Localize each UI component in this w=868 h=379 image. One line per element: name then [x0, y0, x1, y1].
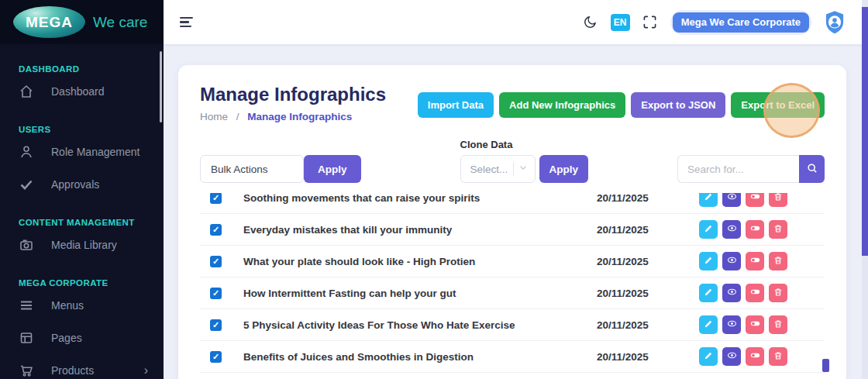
delete-button[interactable] [769, 193, 787, 207]
view-button[interactable] [722, 220, 741, 239]
trash-icon [773, 319, 784, 332]
search-input[interactable] [677, 155, 799, 183]
toggle-icon [749, 286, 761, 300]
row-date: 20/11/2025 [597, 351, 699, 363]
page-scrollbar-thumb[interactable] [862, 7, 868, 256]
sidebar-item-products[interactable]: Products › [0, 354, 164, 379]
publish-toggle-button[interactable] [746, 284, 764, 302]
sidebar-item-menus[interactable]: Menus [0, 289, 164, 322]
avatar-shield-icon[interactable] [823, 10, 846, 35]
menu-toggle-icon[interactable] [180, 17, 194, 28]
row-actions [699, 252, 787, 270]
export-to-json-button[interactable]: Export to JSON [631, 92, 725, 118]
delete-button[interactable] [769, 220, 787, 239]
sidebar-item-label: Media Library [51, 239, 117, 251]
bulk-apply-button[interactable]: Apply [304, 155, 361, 183]
trash-icon [773, 287, 784, 300]
sidebar-scrollbar-thumb[interactable] [160, 51, 162, 122]
table-row: ✓ Benefits of Juices and Smoothies in Di… [200, 341, 825, 373]
chevron-right-icon: › [144, 363, 148, 377]
trash-icon [773, 193, 784, 205]
sidebar-item-label: Menus [51, 299, 84, 312]
row-date: 20/11/2025 [597, 256, 699, 267]
row-date: 20/11/2025 [597, 193, 699, 204]
trash-icon [773, 255, 784, 268]
clone-data-group: Clone Data Select... Apply [460, 139, 589, 183]
clone-data-select[interactable]: Select... [460, 155, 536, 183]
delete-button[interactable] [769, 252, 787, 270]
table-row: ✓ Soothing movements that can raise your… [200, 193, 825, 214]
add-new-infographics-button[interactable]: Add New Infographics [499, 92, 625, 118]
table-scrollbar-thumb[interactable] [822, 359, 829, 372]
delete-button[interactable] [769, 347, 787, 366]
row-checkbox[interactable]: ✓ [210, 288, 222, 299]
row-actions [699, 347, 787, 366]
edit-button[interactable] [699, 220, 718, 239]
delete-button[interactable] [769, 315, 787, 334]
moon-icon[interactable] [582, 14, 599, 31]
pencil-icon [703, 287, 714, 300]
breadcrumb: Home / Manage Infographics [200, 111, 386, 122]
sidebar-item-label: Role Management [51, 146, 140, 158]
row-title: Everyday mistakes that kill your immunit… [243, 224, 597, 236]
edit-button[interactable] [699, 315, 718, 334]
row-checkbox[interactable]: ✓ [210, 256, 222, 267]
row-date: 20/11/2025 [597, 288, 699, 299]
account-button[interactable]: Mega We Care Corporate [673, 12, 809, 33]
pencil-icon [703, 319, 714, 332]
publish-toggle-button[interactable] [746, 220, 764, 239]
clone-data-label: Clone Data [460, 139, 589, 150]
sidebar-item-label: Products [51, 364, 94, 377]
row-checkbox[interactable]: ✓ [210, 224, 222, 236]
edit-button[interactable] [699, 347, 718, 366]
sidebar-item-label: Pages [51, 332, 82, 344]
select-divider [513, 162, 514, 176]
header-actions: Import Data Add New Infographics Export … [418, 92, 825, 118]
row-title: How Intermittent Fasting can help your g… [243, 288, 597, 299]
view-button[interactable] [722, 193, 741, 207]
view-button[interactable] [722, 315, 741, 334]
delete-button[interactable] [769, 284, 787, 302]
export-to-excel-button[interactable]: Export to Excel [731, 92, 825, 118]
nav-section-users: USERS [19, 125, 164, 134]
edit-button[interactable] [699, 193, 718, 207]
view-button[interactable] [722, 284, 741, 302]
language-badge[interactable]: EN [611, 14, 630, 31]
sidebar: MEGA We care DASHBOARD Dashboard USERS R… [0, 0, 164, 379]
trash-icon [773, 223, 784, 236]
fullscreen-icon[interactable] [642, 14, 659, 31]
brand-logo[interactable]: MEGA We care [0, 0, 164, 44]
row-actions [699, 193, 787, 207]
clone-apply-button[interactable]: Apply [539, 155, 589, 183]
row-title: What your plate should look like - High … [243, 256, 597, 267]
sidebar-item-role-management[interactable]: Role Management [0, 136, 164, 168]
publish-toggle-button[interactable] [746, 347, 764, 366]
publish-toggle-button[interactable] [746, 193, 764, 207]
sidebar-item-media-library[interactable]: Media Library [0, 229, 164, 261]
search-button[interactable] [799, 155, 825, 183]
row-checkbox[interactable]: ✓ [210, 351, 222, 363]
brand-name: MEGA [26, 14, 73, 31]
row-title: Benefits of Juices and Smoothies in Dige… [243, 351, 597, 363]
publish-toggle-button[interactable] [746, 252, 764, 270]
view-button[interactable] [722, 252, 741, 270]
edit-button[interactable] [699, 252, 718, 270]
sidebar-item-pages[interactable]: Pages [0, 322, 164, 354]
table-row: ✓ What your plate should look like - Hig… [200, 246, 825, 277]
row-checkbox[interactable]: ✓ [210, 319, 222, 331]
row-checkbox[interactable]: ✓ [210, 193, 222, 204]
bulk-actions-select[interactable]: Bulk Actions [200, 155, 304, 183]
table-row: ✓ 5 Physical Activity Ideas For Those Wh… [200, 309, 825, 341]
breadcrumb-home[interactable]: Home [200, 111, 228, 122]
row-actions [699, 284, 787, 302]
view-button[interactable] [722, 347, 741, 366]
page-title: Manage Infographics [200, 84, 386, 105]
home-icon [19, 84, 34, 99]
edit-button[interactable] [699, 284, 718, 302]
brand-tagline: We care [93, 14, 147, 31]
table-row: ✓ Everyday mistakes that kill your immun… [200, 214, 825, 246]
sidebar-item-approvals[interactable]: Approvals [0, 168, 164, 201]
import-data-button[interactable]: Import Data [418, 92, 494, 118]
sidebar-item-dashboard[interactable]: Dashboard [0, 75, 164, 108]
publish-toggle-button[interactable] [746, 315, 764, 334]
